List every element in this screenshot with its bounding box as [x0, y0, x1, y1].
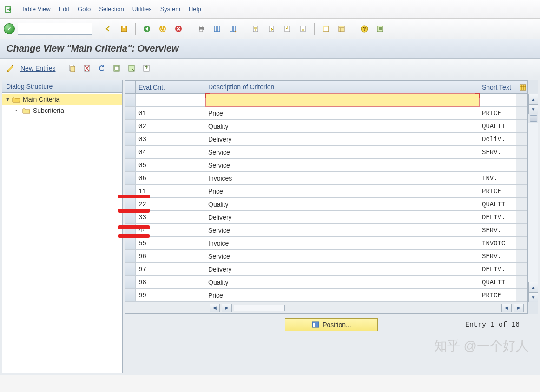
cell-description[interactable]: Service: [205, 224, 479, 237]
cell-eval-crit[interactable]: 44: [136, 224, 205, 237]
cell-description[interactable]: Delivery: [205, 263, 479, 276]
menu-selection[interactable]: Selection: [99, 6, 124, 13]
cell-short-text[interactable]: QUALIT: [479, 198, 516, 211]
row-selector[interactable]: [125, 250, 136, 263]
cell-description[interactable]: [205, 94, 479, 107]
back-icon[interactable]: [140, 23, 153, 35]
scroll-down-small-button[interactable]: ▼: [528, 104, 538, 114]
scroll-track[interactable]: [528, 123, 538, 282]
row-selector[interactable]: [125, 289, 136, 302]
scroll-left-button-2[interactable]: ◀: [501, 304, 512, 312]
app-menu-icon[interactable]: [4, 5, 13, 14]
cell-eval-crit[interactable]: 05: [136, 159, 205, 172]
menu-table-view[interactable]: Table View: [21, 6, 51, 13]
row-selector[interactable]: [125, 211, 136, 224]
enter-button[interactable]: ✓: [4, 23, 15, 34]
help-button[interactable]: ?: [358, 23, 371, 35]
col-short-text[interactable]: Short Text: [479, 81, 516, 94]
tree-item-subcriteria[interactable]: • Subcriteria: [2, 105, 122, 116]
scroll-left-button[interactable]: ◀: [210, 304, 220, 312]
cell-short-text[interactable]: PRICE: [479, 289, 516, 302]
menu-system[interactable]: System: [160, 6, 180, 13]
cell-description[interactable]: Quality: [205, 120, 479, 133]
row-selector[interactable]: [125, 146, 136, 159]
row-selector[interactable]: [125, 224, 136, 237]
menu-help[interactable]: Help: [189, 6, 201, 13]
menu-edit[interactable]: Edit: [59, 6, 69, 13]
row-selector[interactable]: [125, 94, 136, 107]
scroll-track[interactable]: [234, 305, 285, 311]
scroll-right-button[interactable]: ▶: [222, 304, 232, 312]
cell-description[interactable]: Service: [205, 159, 479, 172]
row-selector[interactable]: [125, 198, 136, 211]
cell-short-text[interactable]: DELIV.: [479, 211, 516, 224]
print-button[interactable]: [195, 23, 208, 35]
cell-eval-crit[interactable]: [136, 94, 205, 107]
cell-description[interactable]: Invoice: [205, 237, 479, 250]
cell-short-text[interactable]: SERV.: [479, 146, 516, 159]
col-eval-crit[interactable]: Eval.Crit.: [136, 81, 205, 94]
cell-eval-crit[interactable]: 04: [136, 146, 205, 159]
cell-eval-crit[interactable]: 96: [136, 250, 205, 263]
cell-eval-crit[interactable]: 11: [136, 185, 205, 198]
prev-page-button[interactable]: [265, 23, 278, 35]
row-selector[interactable]: [125, 185, 136, 198]
cell-eval-crit[interactable]: 22: [136, 198, 205, 211]
new-session-button[interactable]: [319, 23, 332, 35]
cell-short-text[interactable]: Deliv.: [479, 133, 516, 146]
tree-expander-icon[interactable]: ▼: [5, 97, 12, 102]
row-selector[interactable]: [125, 276, 136, 289]
row-selector[interactable]: [125, 133, 136, 146]
command-field[interactable]: [18, 23, 92, 35]
cell-short-text[interactable]: INVOIC: [479, 237, 516, 250]
cancel-icon[interactable]: [172, 23, 185, 35]
deselect-all-icon[interactable]: [126, 63, 137, 73]
col-configure-icon[interactable]: [516, 81, 527, 94]
cell-description[interactable]: Price: [205, 107, 479, 120]
next-page-button[interactable]: [281, 23, 294, 35]
save-button[interactable]: [118, 23, 131, 35]
cell-description[interactable]: Service: [205, 250, 479, 263]
scroll-up-small-button[interactable]: ▲: [528, 282, 538, 292]
cell-short-text[interactable]: PRICE: [479, 185, 516, 198]
first-page-button[interactable]: [249, 23, 262, 35]
customize-button[interactable]: [374, 23, 387, 35]
select-all-icon[interactable]: [111, 63, 122, 73]
cell-short-text[interactable]: [479, 159, 516, 172]
tree-item-main-criteria[interactable]: ▼ Main Criteria: [2, 94, 122, 105]
cell-eval-crit[interactable]: 99: [136, 289, 205, 302]
cell-description[interactable]: Price: [205, 289, 479, 302]
delete-icon[interactable]: [81, 63, 92, 73]
cell-description[interactable]: Delivery: [205, 211, 479, 224]
cell-short-text[interactable]: QUALIT: [479, 276, 516, 289]
cell-short-text[interactable]: QUALIT: [479, 120, 516, 133]
cell-description[interactable]: Price: [205, 185, 479, 198]
cell-description[interactable]: Quality: [205, 198, 479, 211]
cell-short-text[interactable]: INV.: [479, 172, 516, 185]
copy-icon[interactable]: [66, 63, 78, 73]
row-selector[interactable]: [125, 237, 136, 250]
export-icon[interactable]: [141, 63, 152, 73]
row-selector[interactable]: [125, 172, 136, 185]
find-next-button[interactable]: [226, 23, 239, 35]
menu-goto[interactable]: Goto: [78, 6, 91, 13]
cell-short-text[interactable]: PRICE: [479, 107, 516, 120]
scroll-right-button-2[interactable]: ▶: [514, 304, 524, 312]
toggle-edit-icon[interactable]: [6, 63, 17, 73]
cell-eval-crit[interactable]: 33: [136, 211, 205, 224]
position-button[interactable]: Position...: [285, 318, 378, 331]
new-entries-button[interactable]: New Entries: [20, 65, 55, 72]
menu-utilities[interactable]: Utilities: [132, 6, 152, 13]
row-selector[interactable]: [125, 263, 136, 276]
back-button[interactable]: [102, 23, 115, 35]
cell-eval-crit[interactable]: 03: [136, 133, 205, 146]
row-selector[interactable]: [125, 107, 136, 120]
cell-eval-crit[interactable]: 02: [136, 120, 205, 133]
scroll-up-button[interactable]: ▲: [528, 94, 538, 104]
cell-eval-crit[interactable]: 55: [136, 237, 205, 250]
scroll-down-button[interactable]: ▼: [528, 292, 538, 302]
layout-button[interactable]: [335, 23, 348, 35]
exit-icon[interactable]: [156, 23, 169, 35]
cell-short-text[interactable]: SERV.: [479, 224, 516, 237]
cell-short-text[interactable]: [479, 94, 516, 107]
